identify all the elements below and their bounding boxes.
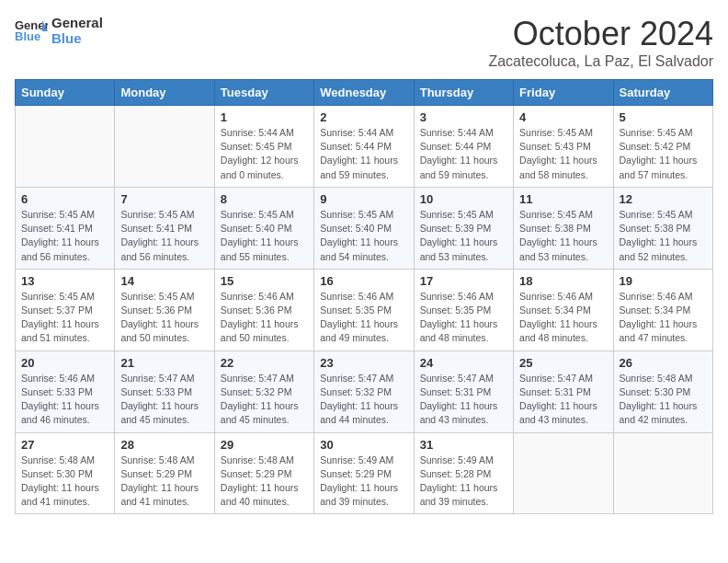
day-info: Sunrise: 5:49 AM Sunset: 5:28 PM Dayligh… bbox=[420, 454, 507, 510]
day-info: Sunrise: 5:44 AM Sunset: 5:44 PM Dayligh… bbox=[420, 126, 507, 182]
day-number: 17 bbox=[420, 274, 507, 288]
day-number: 24 bbox=[420, 356, 507, 370]
day-number: 11 bbox=[519, 192, 607, 206]
day-number: 30 bbox=[320, 438, 407, 452]
weekday-header-row: SundayMondayTuesdayWednesdayThursdayFrid… bbox=[16, 80, 713, 106]
day-cell: 14Sunrise: 5:45 AM Sunset: 5:36 PM Dayli… bbox=[115, 269, 214, 350]
day-number: 26 bbox=[620, 356, 707, 370]
logo-text-blue: Blue bbox=[51, 30, 103, 46]
week-row-2: 6Sunrise: 5:45 AM Sunset: 5:41 PM Daylig… bbox=[16, 187, 713, 269]
week-row-5: 27Sunrise: 5:48 AM Sunset: 5:30 PM Dayli… bbox=[16, 432, 713, 514]
day-cell: 6Sunrise: 5:45 AM Sunset: 5:41 PM Daylig… bbox=[16, 187, 115, 269]
day-info: Sunrise: 5:46 AM Sunset: 5:36 PM Dayligh… bbox=[221, 290, 308, 346]
day-info: Sunrise: 5:46 AM Sunset: 5:35 PM Dayligh… bbox=[320, 290, 407, 346]
day-info: Sunrise: 5:47 AM Sunset: 5:31 PM Dayligh… bbox=[519, 372, 607, 428]
day-number: 7 bbox=[120, 192, 208, 206]
day-cell: 5Sunrise: 5:45 AM Sunset: 5:42 PM Daylig… bbox=[613, 106, 712, 188]
day-info: Sunrise: 5:48 AM Sunset: 5:29 PM Dayligh… bbox=[221, 454, 308, 510]
day-number: 31 bbox=[420, 438, 507, 452]
day-cell: 31Sunrise: 5:49 AM Sunset: 5:28 PM Dayli… bbox=[414, 432, 513, 514]
page-header: General Blue General Blue October 2024 Z… bbox=[15, 15, 713, 70]
month-title: October 2024 bbox=[488, 15, 713, 53]
day-info: Sunrise: 5:48 AM Sunset: 5:30 PM Dayligh… bbox=[620, 372, 707, 428]
day-info: Sunrise: 5:45 AM Sunset: 5:36 PM Dayligh… bbox=[120, 290, 208, 346]
day-number: 29 bbox=[221, 438, 308, 452]
day-info: Sunrise: 5:45 AM Sunset: 5:42 PM Dayligh… bbox=[620, 126, 707, 182]
day-cell bbox=[514, 432, 613, 514]
day-number: 10 bbox=[420, 192, 507, 206]
weekday-header-saturday: Saturday bbox=[613, 80, 712, 106]
day-number: 27 bbox=[21, 438, 108, 452]
location-title: Zacatecoluca, La Paz, El Salvador bbox=[488, 53, 713, 70]
day-cell: 29Sunrise: 5:48 AM Sunset: 5:29 PM Dayli… bbox=[214, 432, 313, 514]
logo: General Blue General Blue bbox=[15, 15, 103, 46]
week-row-3: 13Sunrise: 5:45 AM Sunset: 5:37 PM Dayli… bbox=[16, 269, 713, 350]
day-info: Sunrise: 5:47 AM Sunset: 5:31 PM Dayligh… bbox=[420, 372, 507, 428]
day-cell: 28Sunrise: 5:48 AM Sunset: 5:29 PM Dayli… bbox=[115, 432, 214, 514]
day-info: Sunrise: 5:45 AM Sunset: 5:41 PM Dayligh… bbox=[21, 208, 108, 264]
day-info: Sunrise: 5:45 AM Sunset: 5:37 PM Dayligh… bbox=[21, 290, 108, 346]
day-number: 14 bbox=[120, 274, 208, 288]
week-row-1: 1Sunrise: 5:44 AM Sunset: 5:45 PM Daylig… bbox=[16, 106, 713, 188]
day-cell: 12Sunrise: 5:45 AM Sunset: 5:38 PM Dayli… bbox=[613, 187, 712, 269]
day-info: Sunrise: 5:47 AM Sunset: 5:32 PM Dayligh… bbox=[221, 372, 308, 428]
day-number: 18 bbox=[519, 274, 607, 288]
day-info: Sunrise: 5:49 AM Sunset: 5:29 PM Dayligh… bbox=[320, 454, 407, 510]
day-cell: 8Sunrise: 5:45 AM Sunset: 5:40 PM Daylig… bbox=[214, 187, 313, 269]
day-cell: 27Sunrise: 5:48 AM Sunset: 5:30 PM Dayli… bbox=[16, 432, 115, 514]
weekday-header-monday: Monday bbox=[115, 80, 214, 106]
day-cell: 13Sunrise: 5:45 AM Sunset: 5:37 PM Dayli… bbox=[16, 269, 115, 350]
day-number: 12 bbox=[620, 192, 707, 206]
svg-text:Blue: Blue bbox=[15, 29, 40, 43]
day-number: 21 bbox=[120, 356, 208, 370]
weekday-header-sunday: Sunday bbox=[16, 80, 115, 106]
day-cell: 22Sunrise: 5:47 AM Sunset: 5:32 PM Dayli… bbox=[214, 350, 313, 432]
day-number: 23 bbox=[320, 356, 407, 370]
day-cell: 21Sunrise: 5:47 AM Sunset: 5:33 PM Dayli… bbox=[115, 350, 214, 432]
week-row-4: 20Sunrise: 5:46 AM Sunset: 5:33 PM Dayli… bbox=[16, 350, 713, 432]
day-number: 22 bbox=[221, 356, 308, 370]
day-info: Sunrise: 5:48 AM Sunset: 5:30 PM Dayligh… bbox=[21, 454, 108, 510]
day-info: Sunrise: 5:47 AM Sunset: 5:32 PM Dayligh… bbox=[320, 372, 407, 428]
weekday-header-wednesday: Wednesday bbox=[314, 80, 414, 106]
day-number: 15 bbox=[221, 274, 308, 288]
day-info: Sunrise: 5:45 AM Sunset: 5:38 PM Dayligh… bbox=[519, 208, 607, 264]
logo-text-general: General bbox=[51, 15, 103, 30]
day-info: Sunrise: 5:44 AM Sunset: 5:44 PM Dayligh… bbox=[320, 126, 407, 182]
title-block: October 2024 Zacatecoluca, La Paz, El Sa… bbox=[488, 15, 713, 70]
day-info: Sunrise: 5:45 AM Sunset: 5:39 PM Dayligh… bbox=[420, 208, 507, 264]
day-cell: 9Sunrise: 5:45 AM Sunset: 5:40 PM Daylig… bbox=[314, 187, 414, 269]
day-info: Sunrise: 5:45 AM Sunset: 5:40 PM Dayligh… bbox=[320, 208, 407, 264]
day-cell: 10Sunrise: 5:45 AM Sunset: 5:39 PM Dayli… bbox=[414, 187, 513, 269]
day-cell: 26Sunrise: 5:48 AM Sunset: 5:30 PM Dayli… bbox=[613, 350, 712, 432]
day-number: 16 bbox=[320, 274, 407, 288]
calendar-table: SundayMondayTuesdayWednesdayThursdayFrid… bbox=[15, 79, 713, 514]
day-info: Sunrise: 5:46 AM Sunset: 5:33 PM Dayligh… bbox=[21, 372, 108, 428]
day-number: 2 bbox=[320, 110, 407, 124]
day-info: Sunrise: 5:46 AM Sunset: 5:35 PM Dayligh… bbox=[420, 290, 507, 346]
weekday-header-thursday: Thursday bbox=[414, 80, 513, 106]
day-cell: 1Sunrise: 5:44 AM Sunset: 5:45 PM Daylig… bbox=[214, 106, 313, 188]
day-cell: 23Sunrise: 5:47 AM Sunset: 5:32 PM Dayli… bbox=[314, 350, 414, 432]
day-cell bbox=[613, 432, 712, 514]
day-number: 20 bbox=[21, 356, 108, 370]
day-number: 25 bbox=[519, 356, 607, 370]
day-cell: 15Sunrise: 5:46 AM Sunset: 5:36 PM Dayli… bbox=[214, 269, 313, 350]
day-info: Sunrise: 5:45 AM Sunset: 5:43 PM Dayligh… bbox=[519, 126, 607, 182]
day-info: Sunrise: 5:45 AM Sunset: 5:40 PM Dayligh… bbox=[221, 208, 308, 264]
day-info: Sunrise: 5:48 AM Sunset: 5:29 PM Dayligh… bbox=[120, 454, 208, 510]
day-info: Sunrise: 5:46 AM Sunset: 5:34 PM Dayligh… bbox=[519, 290, 607, 346]
weekday-header-tuesday: Tuesday bbox=[214, 80, 313, 106]
day-number: 3 bbox=[420, 110, 507, 124]
day-cell bbox=[16, 106, 115, 188]
day-cell: 11Sunrise: 5:45 AM Sunset: 5:38 PM Dayli… bbox=[514, 187, 613, 269]
day-cell: 20Sunrise: 5:46 AM Sunset: 5:33 PM Dayli… bbox=[16, 350, 115, 432]
day-number: 8 bbox=[221, 192, 308, 206]
day-info: Sunrise: 5:44 AM Sunset: 5:45 PM Dayligh… bbox=[221, 126, 308, 182]
day-cell: 3Sunrise: 5:44 AM Sunset: 5:44 PM Daylig… bbox=[414, 106, 513, 188]
day-cell: 17Sunrise: 5:46 AM Sunset: 5:35 PM Dayli… bbox=[414, 269, 513, 350]
day-cell: 16Sunrise: 5:46 AM Sunset: 5:35 PM Dayli… bbox=[314, 269, 414, 350]
day-number: 28 bbox=[120, 438, 208, 452]
logo-icon: General Blue bbox=[15, 17, 48, 44]
day-number: 19 bbox=[620, 274, 707, 288]
